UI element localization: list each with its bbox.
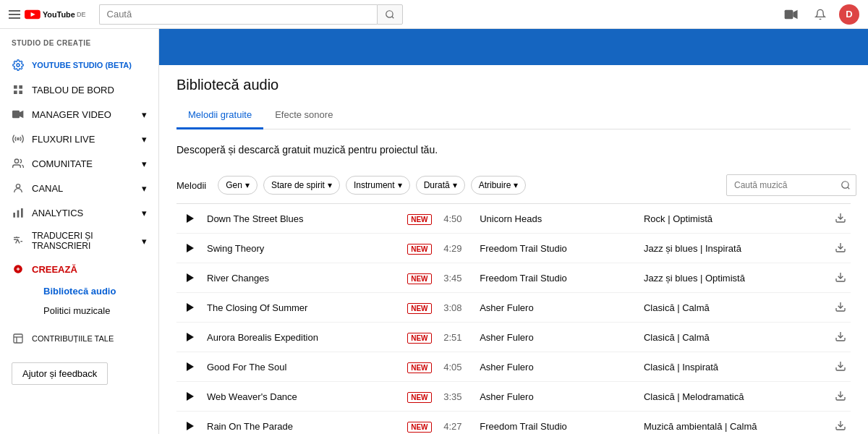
download-button[interactable] <box>826 212 846 226</box>
svg-rect-8 <box>14 85 17 89</box>
new-badge: NEW <box>407 362 431 373</box>
download-button[interactable] <box>826 360 846 374</box>
help-button[interactable]: Ajutor și feedback <box>12 362 108 385</box>
song-artist: Freedom Trail Studio <box>480 273 567 284</box>
search-input[interactable] <box>99 4 377 25</box>
filter-gen[interactable]: Gen ▾ <box>218 176 258 195</box>
play-button[interactable] <box>181 299 198 316</box>
download-button[interactable] <box>826 242 846 255</box>
table-row: Aurora Borealis Expedition NEW 2:51 Ashe… <box>176 323 851 352</box>
youtube-logo[interactable]: YouTube DE <box>25 7 86 22</box>
chevron-down-icon: ▾ <box>142 109 147 120</box>
song-genre-mood: Jazz și blues | Inspirată <box>644 243 741 254</box>
live-icon <box>12 132 25 145</box>
sidebar-item-canal[interactable]: CANAL ▾ <box>0 176 158 200</box>
new-badge: NEW <box>407 303 431 314</box>
filter-stare-spirit[interactable]: Stare de spirit ▾ <box>263 176 340 195</box>
sidebar-item-comunitate[interactable]: COMUNITATE ▾ <box>0 151 158 176</box>
sidebar-item-label: COMUNITATE <box>32 158 93 169</box>
bell-icon[interactable] <box>810 4 830 25</box>
svg-point-3 <box>386 10 392 17</box>
download-button[interactable] <box>826 390 846 404</box>
song-duration: 3:35 <box>443 391 461 402</box>
blue-banner <box>159 29 868 65</box>
song-genre-mood: Clasică | Melodramatică <box>644 391 744 402</box>
tabs: Melodii gratuite Efecte sonore <box>176 102 851 129</box>
song-title: The Closing Of Summer <box>207 302 307 313</box>
svg-rect-5 <box>785 9 793 18</box>
play-button[interactable] <box>181 239 198 257</box>
gear-icon <box>12 59 25 72</box>
sidebar-item-label: MANAGER VIDEO <box>32 109 111 120</box>
new-badge: NEW <box>407 273 431 284</box>
download-button[interactable] <box>826 271 846 285</box>
video-camera-icon[interactable] <box>781 4 801 25</box>
svg-rect-11 <box>19 90 22 94</box>
song-duration: 4:27 <box>443 421 461 432</box>
svg-point-24 <box>842 182 848 188</box>
create-icon <box>12 263 25 276</box>
svg-rect-23 <box>14 334 22 343</box>
sidebar-item-label: TRADUCERI ȘI TRANSCRIERI <box>32 231 135 251</box>
play-icon <box>187 303 194 312</box>
play-button[interactable] <box>181 417 198 434</box>
sidebar-item-tablou-de-bord[interactable]: TABLOU DE BORD <box>0 77 158 102</box>
sidebar-item-creeaza[interactable]: CREEAZĂ <box>0 257 158 281</box>
sidebar-item-traduceri[interactable]: TRADUCERI ȘI TRANSCRIERI ▾ <box>0 225 158 257</box>
new-badge: NEW <box>407 333 431 344</box>
sidebar-item-label: TABLOU DE BORD <box>32 85 114 95</box>
song-artist: Freedom Trail Studio <box>480 243 567 254</box>
sidebar-item-label: YOUTUBE STUDIO (BETA) <box>32 61 132 69</box>
tab-melodii-gratuite[interactable]: Melodii gratuite <box>176 102 263 129</box>
filter-durata[interactable]: Durată ▾ <box>416 176 465 195</box>
music-table: Down The Street Blues NEW 4:50 Unicorn H… <box>176 204 851 434</box>
sidebar-submenu-politici[interactable]: Politici muzicale <box>32 301 158 320</box>
play-button[interactable] <box>181 388 198 405</box>
play-icon <box>187 333 194 341</box>
song-genre-mood: Muzică ambientală | Calmă <box>644 421 757 432</box>
filter-atribuire[interactable]: Atribuire ▾ <box>471 176 527 195</box>
new-badge: NEW <box>407 392 431 403</box>
song-duration: 2:51 <box>443 332 461 343</box>
download-button[interactable] <box>826 301 846 315</box>
play-button[interactable] <box>181 210 198 227</box>
table-row: The Closing Of Summer NEW 3:08 Asher Ful… <box>176 293 851 323</box>
sidebar-submenu-biblioteca[interactable]: Bibliotecă audio <box>32 281 158 301</box>
svg-rect-10 <box>14 90 17 94</box>
table-row: Good For The Soul NEW 4:05 Asher Fulero … <box>176 352 851 382</box>
table-row: Rain On The Parade NEW 4:27 Freedom Trai… <box>176 412 851 435</box>
song-genre-mood: Jazz și blues | Optimistă <box>644 273 745 284</box>
sidebar-item-label: CREEAZĂ <box>32 264 77 275</box>
download-button[interactable] <box>826 331 846 344</box>
svg-point-15 <box>14 159 18 163</box>
sidebar-item-fluxuri-live[interactable]: FLUXURI LIVE ▾ <box>0 127 158 151</box>
main-content: Bibliotecă audio Melodii gratuite Efecte… <box>159 29 868 434</box>
hamburger-icon[interactable] <box>9 10 20 19</box>
chevron-down-icon: ▾ <box>142 208 147 218</box>
song-artist: Asher Fulero <box>480 362 533 373</box>
search-button[interactable] <box>377 4 403 25</box>
sidebar-item-contributii[interactable]: CONTRIBUȚIILE TALE <box>0 326 158 351</box>
sidebar-item-youtube-studio[interactable]: YOUTUBE STUDIO (BETA) <box>0 53 158 77</box>
topbar: YouTube DE D <box>0 0 868 29</box>
song-artist: Unicorn Heads <box>480 213 542 224</box>
filter-instrument[interactable]: Instrument ▾ <box>346 176 410 195</box>
sidebar-item-label: ANALYTICS <box>32 208 83 218</box>
tab-efecte-sonore[interactable]: Efecte sonore <box>263 102 344 129</box>
play-button[interactable] <box>181 328 198 346</box>
avatar[interactable]: D <box>839 4 859 25</box>
search-music-input[interactable] <box>726 174 856 196</box>
logo-area: YouTube DE <box>9 7 86 22</box>
search-music-wrap <box>726 174 851 196</box>
play-button[interactable] <box>181 269 198 286</box>
content-area: Bibliotecă audio Melodii gratuite Efecte… <box>159 65 868 434</box>
sidebar-item-analytics[interactable]: ANALYTICS ▾ <box>0 200 158 225</box>
song-artist: Asher Fulero <box>480 332 533 343</box>
sidebar-item-manager-video[interactable]: MANAGER VIDEO ▾ <box>0 102 158 127</box>
chevron-down-icon: ▾ <box>398 180 402 190</box>
play-button[interactable] <box>181 358 198 375</box>
download-button[interactable] <box>826 420 846 433</box>
svg-text:YouTube: YouTube <box>43 9 75 18</box>
chevron-down-icon: ▾ <box>142 158 147 169</box>
play-icon <box>187 244 194 252</box>
